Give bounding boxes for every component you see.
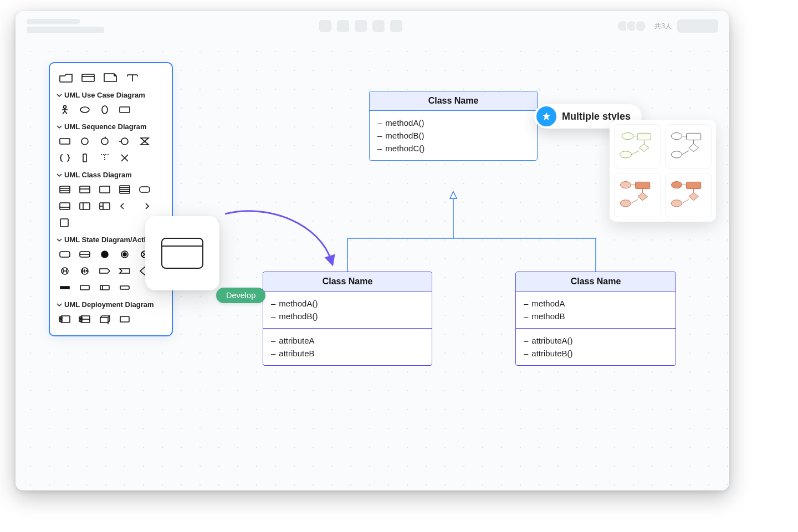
svg-point-40 — [620, 151, 632, 158]
circle-icon[interactable] — [79, 136, 91, 146]
caret-down-icon — [57, 237, 62, 243]
class-box-left[interactable]: Class Name –methodA() –methodB() –attrib… — [263, 272, 432, 366]
svg-rect-18 — [60, 219, 68, 227]
circle-bar-icon[interactable] — [119, 136, 131, 146]
signal-recv-icon[interactable] — [119, 266, 131, 276]
svg-point-3 — [102, 106, 108, 114]
develop-pill[interactable]: Develop — [216, 288, 265, 303]
circle-h-icon[interactable] — [59, 266, 71, 276]
folder-open-icon[interactable] — [81, 72, 95, 83]
svg-point-46 — [620, 200, 631, 207]
circle-hstar-icon[interactable] — [79, 266, 91, 276]
class-4-icon[interactable] — [119, 185, 131, 195]
folder-icon[interactable] — [59, 72, 73, 83]
component-icon[interactable] — [59, 314, 71, 324]
angle-close-icon[interactable] — [139, 201, 151, 211]
style-swatch-green[interactable] — [614, 124, 661, 168]
toolbar-button-placeholder — [390, 20, 402, 32]
class-3-icon[interactable] — [59, 185, 71, 195]
class-attributes: –attributeA() –attributeB() — [516, 328, 676, 365]
section-label: UML Use Case Diagram — [64, 91, 145, 99]
section-header-class[interactable]: UML Class Diagram — [54, 166, 167, 181]
class-title: Class Name — [370, 91, 537, 111]
styles-panel[interactable] — [610, 120, 716, 222]
svg-point-23 — [123, 253, 126, 256]
node-icon[interactable] — [99, 314, 111, 324]
class-box-right[interactable]: Class Name –methodA –methodB –attributeA… — [515, 272, 676, 366]
activation-bar-icon[interactable] — [79, 153, 91, 163]
svg-point-2 — [80, 107, 89, 112]
rect-icon[interactable] — [119, 314, 131, 324]
circle-arrow-icon[interactable] — [99, 136, 111, 146]
topbar: 共3人 — [16, 11, 729, 41]
note-icon[interactable] — [103, 72, 117, 83]
section-header-sequence[interactable]: UML Sequence Diagram — [54, 118, 167, 133]
svg-rect-0 — [82, 74, 94, 81]
caret-down-icon — [57, 124, 62, 130]
svg-rect-16 — [80, 203, 90, 209]
section-header-usecase[interactable]: UML Use Case Diagram — [54, 86, 167, 101]
hourglass-icon[interactable] — [139, 136, 151, 146]
target-circle-icon[interactable] — [119, 249, 131, 259]
rect-vsplit-icon[interactable] — [99, 283, 111, 293]
section-header-deployment[interactable]: UML Deployment Diagram — [54, 296, 167, 311]
svg-rect-11 — [80, 186, 90, 193]
share-button-placeholder — [677, 19, 718, 33]
filled-circle-icon[interactable] — [99, 249, 111, 259]
component2-icon[interactable] — [79, 314, 91, 324]
lifeline-icon[interactable] — [99, 153, 111, 163]
rounded-rect-icon[interactable] — [59, 249, 71, 259]
rect-icon[interactable] — [59, 136, 71, 146]
class-vsplit-icon[interactable] — [79, 201, 91, 211]
rect-icon[interactable] — [119, 105, 131, 115]
svg-point-47 — [671, 182, 682, 188]
class-2-icon[interactable] — [79, 185, 91, 195]
svg-point-7 — [101, 138, 108, 145]
svg-point-38 — [622, 133, 633, 140]
svg-point-1 — [64, 106, 66, 109]
ellipse-icon[interactable] — [79, 105, 91, 115]
signal-send-icon[interactable] — [99, 266, 111, 276]
svg-rect-42 — [687, 133, 701, 140]
square-icon[interactable] — [59, 218, 71, 228]
section-label: UML Sequence Diagram — [64, 122, 147, 131]
bar-icon[interactable] — [59, 283, 71, 293]
svg-point-6 — [81, 138, 88, 145]
toolbar-button-placeholder — [355, 20, 367, 32]
oval-narrow-icon[interactable] — [99, 105, 111, 115]
caret-down-icon — [57, 93, 62, 98]
style-swatch-orange2[interactable] — [665, 173, 712, 217]
avatar-placeholder — [635, 20, 647, 32]
class-2b-icon[interactable] — [59, 201, 71, 211]
text-icon[interactable] — [125, 72, 140, 83]
actor-icon[interactable] — [59, 105, 71, 115]
class-title: Class Name — [263, 272, 432, 291]
class-vsplit2-icon[interactable] — [99, 201, 111, 211]
rect-icon[interactable] — [79, 283, 91, 293]
svg-point-49 — [671, 200, 682, 207]
class-box-parent[interactable]: Class Name –methodA() –methodB() –method… — [369, 91, 538, 161]
section-label: UML Deployment Diagram — [64, 300, 154, 309]
people-count: 共3人 — [654, 22, 672, 31]
class-methods: –methodA() –methodB() — [263, 291, 432, 328]
class-methods: –methodA –methodB — [516, 291, 676, 328]
thin-rect-icon[interactable] — [119, 283, 131, 293]
style-swatch-orange[interactable] — [614, 173, 661, 217]
shape-palette[interactable]: UML Use Case Diagram UML Sequence Diagra… — [49, 62, 173, 336]
svg-rect-5 — [60, 139, 70, 144]
svg-rect-12 — [100, 186, 110, 193]
rect-icon[interactable] — [99, 185, 111, 195]
dragged-shape-card[interactable] — [145, 216, 219, 290]
rounded-rect-icon[interactable] — [139, 185, 151, 195]
braces-icon[interactable] — [59, 153, 71, 163]
skeleton-line — [27, 27, 104, 33]
class-shape-icon — [161, 238, 203, 269]
style-swatch-gray[interactable] — [665, 124, 712, 168]
svg-point-44 — [620, 182, 631, 188]
svg-point-8 — [121, 138, 128, 145]
angle-open-icon[interactable] — [119, 201, 131, 211]
caret-down-icon — [57, 172, 62, 178]
svg-rect-48 — [687, 182, 701, 188]
x-icon[interactable] — [119, 153, 131, 163]
rounded-split-icon[interactable] — [79, 249, 91, 259]
